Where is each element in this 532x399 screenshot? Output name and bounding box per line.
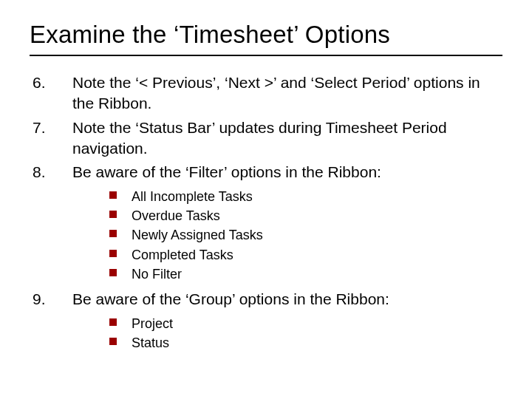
list-item: 9. Be aware of the ‘Group’ options in th… [33, 289, 502, 310]
list-item: No Filter [109, 265, 502, 283]
list-number: 9. [33, 289, 72, 310]
list-text: Note the ‘< Previous’, ‘Next >’ and ‘Sel… [72, 72, 502, 115]
list-item: All Incomplete Tasks [109, 188, 502, 205]
square-bullet-icon [109, 207, 132, 218]
list-item: 8. Be aware of the ‘Filter’ options in t… [33, 162, 502, 183]
numbered-list: 6. Note the ‘< Previous’, ‘Next >’ and ‘… [33, 72, 502, 352]
group-options-list: Project Status [109, 315, 502, 352]
square-bullet-icon [109, 226, 132, 237]
list-text: Note the ‘Status Bar’ updates during Tim… [72, 117, 502, 160]
list-item: Project [109, 315, 502, 332]
list-text: All Incomplete Tasks [132, 188, 502, 205]
list-item: 7. Note the ‘Status Bar’ updates during … [33, 117, 502, 160]
square-bullet-icon [109, 246, 132, 257]
list-item: Newly Assigned Tasks [109, 226, 502, 244]
list-text: Be aware of the ‘Group’ options in the R… [72, 289, 502, 310]
list-item: Completed Tasks [109, 246, 502, 264]
list-item: Overdue Tasks [109, 207, 502, 225]
list-text: Status [132, 334, 502, 352]
title-underline [30, 55, 502, 56]
list-text: Completed Tasks [132, 246, 502, 264]
square-bullet-icon [109, 315, 132, 326]
square-bullet-icon [109, 265, 132, 276]
slide-title: Examine the ‘Timesheet’ Options [30, 21, 502, 49]
list-text: No Filter [132, 265, 502, 283]
slide: Examine the ‘Timesheet’ Options 6. Note … [0, 0, 532, 399]
list-number: 8. [33, 162, 72, 183]
list-number: 7. [33, 117, 72, 138]
list-text: Overdue Tasks [132, 207, 502, 225]
list-item: 6. Note the ‘< Previous’, ‘Next >’ and ‘… [33, 72, 502, 115]
square-bullet-icon [109, 188, 132, 199]
list-text: Be aware of the ‘Filter’ options in the … [72, 162, 502, 183]
filter-options-list: All Incomplete Tasks Overdue Tasks Newly… [109, 188, 502, 283]
list-text: Newly Assigned Tasks [132, 226, 502, 244]
list-number: 6. [33, 72, 72, 93]
list-text: Project [132, 315, 502, 332]
list-item: Status [109, 334, 502, 352]
square-bullet-icon [109, 334, 132, 345]
